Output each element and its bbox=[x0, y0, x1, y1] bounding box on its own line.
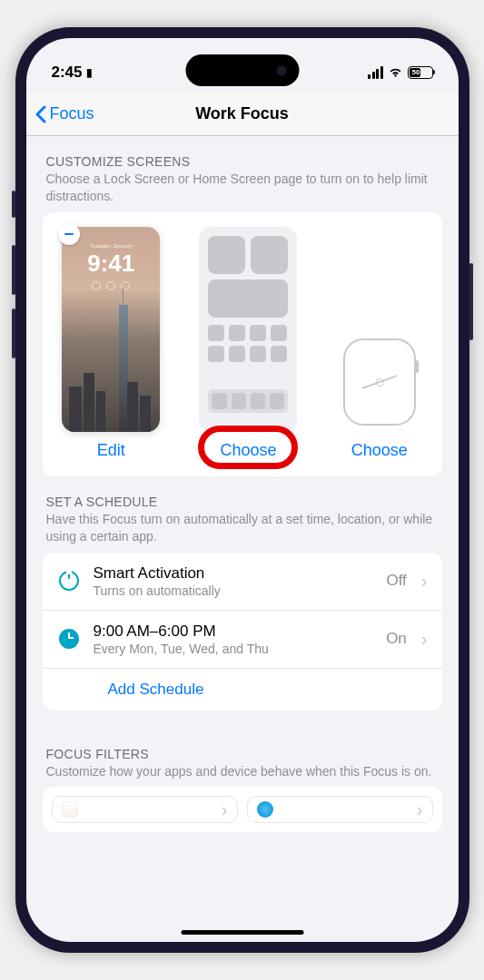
smart-activation-title: Smart Activation bbox=[94, 564, 374, 583]
wifi-icon bbox=[388, 66, 403, 78]
schedule-desc: Have this Focus turn on automatically at… bbox=[46, 511, 439, 545]
chevron-right-icon: › bbox=[421, 571, 428, 592]
schedule-header: SET A SCHEDULE bbox=[46, 495, 439, 509]
lock-screen-option[interactable]: Tuesday, January 9:41 bbox=[62, 227, 160, 460]
time-schedule-title: 9:00 AM–6:00 PM bbox=[94, 622, 374, 641]
watch-face-option[interactable]: Choose bbox=[337, 332, 422, 460]
calendar-app-icon bbox=[62, 801, 78, 818]
page-title: Work Focus bbox=[195, 104, 289, 123]
edit-lock-screen-button[interactable]: Edit bbox=[97, 441, 125, 460]
filter-app-safari[interactable]: › bbox=[247, 796, 433, 823]
smart-activation-sub: Turns on automatically bbox=[94, 583, 374, 598]
safari-app-icon bbox=[257, 801, 273, 818]
add-schedule-button[interactable]: Add Schedule bbox=[57, 681, 204, 699]
battery-icon: 50 bbox=[408, 66, 433, 79]
time-schedule-row[interactable]: 9:00 AM–6:00 PM Every Mon, Tue, Wed, and… bbox=[43, 611, 442, 669]
clock-icon bbox=[59, 629, 79, 649]
smart-activation-value: Off bbox=[386, 572, 406, 590]
smart-activation-row[interactable]: Smart Activation Turns on automatically … bbox=[43, 553, 442, 611]
cellular-icon bbox=[368, 66, 383, 79]
home-screen-preview[interactable] bbox=[199, 227, 297, 432]
chevron-right-icon: › bbox=[421, 629, 428, 650]
choose-watch-button[interactable]: Choose bbox=[351, 441, 408, 460]
add-schedule-row[interactable]: Add Schedule bbox=[43, 669, 442, 710]
back-button[interactable]: Focus bbox=[35, 104, 94, 123]
dynamic-island bbox=[185, 54, 299, 86]
home-indicator[interactable] bbox=[181, 930, 303, 935]
filter-app-calendar[interactable]: › bbox=[52, 796, 238, 823]
filters-desc: Customize how your apps and device behav… bbox=[46, 763, 439, 780]
chevron-right-icon: › bbox=[222, 799, 228, 820]
screens-card: Tuesday, January 9:41 bbox=[43, 212, 442, 476]
status-time: 2:45 bbox=[52, 64, 83, 82]
filters-header: FOCUS FILTERS bbox=[46, 747, 439, 761]
customize-desc: Choose a Lock Screen or Home Screen page… bbox=[46, 171, 439, 205]
remove-lock-screen-button[interactable] bbox=[58, 223, 80, 245]
schedule-card: Smart Activation Turns on automatically … bbox=[43, 553, 442, 710]
time-schedule-sub: Every Mon, Tue, Wed, and Thu bbox=[94, 642, 374, 656]
lock-screen-preview[interactable]: Tuesday, January 9:41 bbox=[62, 227, 160, 432]
watch-preview[interactable] bbox=[337, 332, 422, 432]
phone-frame: 2:45 ▮ 50 Focus Work Focus CUSTOMIZE SCR bbox=[15, 27, 469, 953]
home-screen-option[interactable]: Choose bbox=[199, 227, 297, 460]
portrait-lock-icon: ▮ bbox=[86, 66, 93, 79]
choose-home-screen-button[interactable]: Choose bbox=[220, 441, 276, 460]
filters-card: › › bbox=[43, 787, 442, 832]
chevron-left-icon bbox=[35, 105, 46, 123]
time-schedule-value: On bbox=[386, 630, 407, 648]
nav-bar: Focus Work Focus bbox=[26, 93, 459, 136]
power-icon bbox=[59, 571, 79, 591]
chevron-right-icon: › bbox=[417, 799, 423, 820]
customize-header: CUSTOMIZE SCREENS bbox=[46, 154, 439, 169]
